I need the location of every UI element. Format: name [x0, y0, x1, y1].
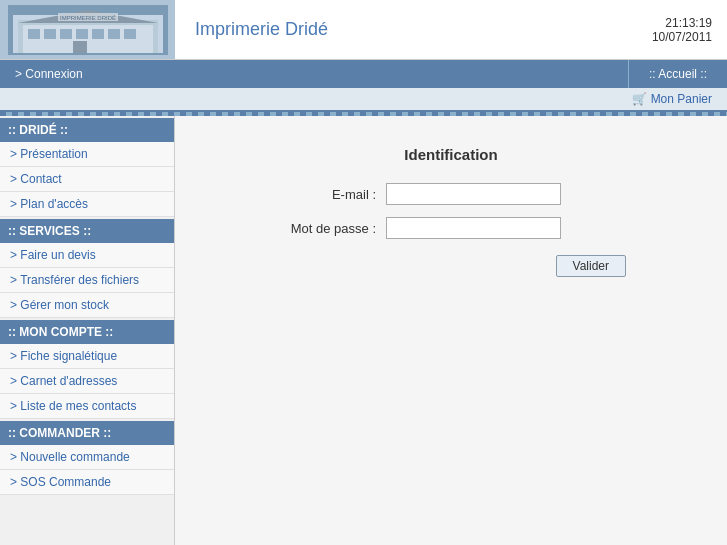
sidebar-item---pr-sentation[interactable]: > Présentation: [0, 142, 174, 167]
sidebar: :: DRIDÉ ::> Présentation> Contact> Plan…: [0, 116, 175, 545]
header: IMPRIMERIE DRIDÉ Imprimerie Dridé 21:13:…: [0, 0, 727, 60]
cart-link[interactable]: 🛒 Mon Panier: [632, 92, 712, 106]
sidebar-item---sos-commande[interactable]: > SOS Commande: [0, 470, 174, 495]
sidebar-section-dride: :: DRIDÉ ::: [0, 118, 174, 142]
sidebar-section-commander: :: COMMANDER ::: [0, 421, 174, 445]
connexion-link[interactable]: > Connexion: [0, 60, 629, 88]
svg-rect-8: [92, 29, 104, 39]
date-display: 10/07/2011: [652, 30, 712, 44]
sidebar-section-mon-compte: :: MON COMPTE ::: [0, 320, 174, 344]
site-title-text: Imprimerie Dridé: [195, 19, 328, 40]
password-input[interactable]: [386, 217, 561, 239]
email-input[interactable]: [386, 183, 561, 205]
password-row: Mot de passe :: [276, 217, 626, 239]
cart-bar: 🛒 Mon Panier: [0, 88, 727, 112]
cart-label: Mon Panier: [651, 92, 712, 106]
email-label: E-mail :: [276, 187, 386, 202]
svg-rect-11: [73, 41, 87, 53]
main-layout: :: DRIDÉ ::> Présentation> Contact> Plan…: [0, 116, 727, 545]
password-label: Mot de passe :: [276, 221, 386, 236]
svg-rect-7: [76, 29, 88, 39]
cart-icon: 🛒: [632, 92, 647, 106]
sidebar-item---g-rer-mon-stock[interactable]: > Gérer mon stock: [0, 293, 174, 318]
sidebar-item---carnet-d-adresses[interactable]: > Carnet d'adresses: [0, 369, 174, 394]
accueil-link[interactable]: :: Accueil ::: [629, 60, 727, 88]
sidebar-section-services: :: SERVICES ::: [0, 219, 174, 243]
svg-text:IMPRIMERIE DRIDÉ: IMPRIMERIE DRIDÉ: [59, 15, 115, 21]
submit-row: Valider: [276, 255, 626, 277]
datetime: 21:13:19 10/07/2011: [652, 0, 727, 59]
valider-button[interactable]: Valider: [556, 255, 626, 277]
logo-image: IMPRIMERIE DRIDÉ: [8, 5, 168, 55]
svg-rect-9: [108, 29, 120, 39]
sidebar-item---transf-rer-des-fichiers[interactable]: > Transférer des fichiers: [0, 268, 174, 293]
login-form: E-mail : Mot de passe : Valider: [215, 183, 687, 277]
time-display: 21:13:19: [665, 16, 712, 30]
content-area: Identification E-mail : Mot de passe : V…: [175, 116, 727, 545]
navbar: > Connexion :: Accueil ::: [0, 60, 727, 88]
sidebar-item---plan-d-acc-s[interactable]: > Plan d'accès: [0, 192, 174, 217]
form-title: Identification: [215, 146, 687, 163]
sidebar-item---contact[interactable]: > Contact: [0, 167, 174, 192]
svg-rect-10: [124, 29, 136, 39]
sidebar-item---faire-un-devis[interactable]: > Faire un devis: [0, 243, 174, 268]
svg-rect-5: [44, 29, 56, 39]
site-title: Imprimerie Dridé: [175, 0, 652, 59]
sidebar-item---nouvelle-commande[interactable]: > Nouvelle commande: [0, 445, 174, 470]
logo-container: IMPRIMERIE DRIDÉ: [0, 0, 175, 59]
sidebar-item---fiche-signal-tique[interactable]: > Fiche signalétique: [0, 344, 174, 369]
svg-rect-6: [60, 29, 72, 39]
svg-rect-4: [28, 29, 40, 39]
email-row: E-mail :: [276, 183, 626, 205]
sidebar-item---liste-de-mes-contacts[interactable]: > Liste de mes contacts: [0, 394, 174, 419]
